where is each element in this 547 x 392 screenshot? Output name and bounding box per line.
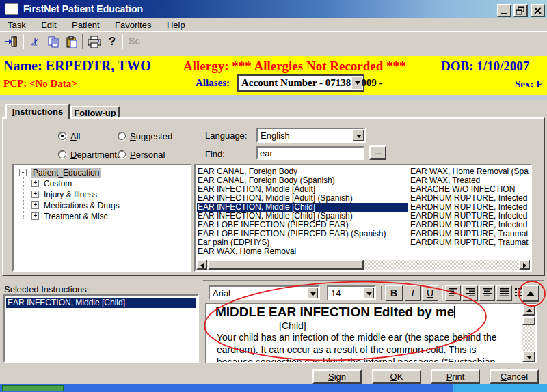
toolbar-separator — [82, 34, 83, 49]
aliases-dropdown-arrow[interactable] — [351, 76, 362, 89]
scroll-up-button-top[interactable] — [522, 285, 539, 302]
radio-all-label[interactable]: All — [70, 131, 80, 141]
align-left-button[interactable] — [445, 285, 461, 301]
radio-all[interactable] — [58, 132, 66, 140]
scrollbar-thumb[interactable] — [208, 260, 364, 270]
allergy-status: Allergy: *** Allergies Not Recorded *** — [183, 59, 406, 74]
menu-favorites[interactable]: Favorites — [109, 18, 157, 31]
align-right-button[interactable] — [462, 285, 478, 301]
tree-expand-icon[interactable]: + — [31, 212, 39, 220]
list-item[interactable]: EARDRUM RUPTURE, Infected [Adu — [410, 194, 529, 203]
selected-instruction-item[interactable]: EAR INFECTION, Middle [Child] — [6, 298, 196, 308]
scroll-right-button[interactable] — [519, 260, 530, 270]
menu-task[interactable]: Task — [1, 18, 32, 31]
print-button-toolbar[interactable] — [86, 33, 103, 50]
horizontal-scrollbar[interactable] — [196, 260, 530, 270]
font-dropdown-arrow[interactable] — [307, 288, 318, 298]
list-item[interactable]: EAR CANAL, Foreign Body (Spanish) — [198, 176, 407, 185]
list-item[interactable]: EAR LOBE INFECTION (PIERCED EAR) (Spanis… — [198, 229, 407, 238]
list-item[interactable]: EAR INFECTION, Middle [Adult] — [198, 185, 407, 194]
editor-body-line: eardrum). It can occur as a result of th… — [217, 344, 476, 355]
radio-suggested-label[interactable]: Suggested — [130, 131, 172, 141]
tree-item-label[interactable]: Medications & Drugs — [44, 201, 120, 210]
patient-banner: Name: ERPEDTR, TWO Allergy: *** Allergie… — [0, 56, 547, 95]
font-size-dropdown[interactable]: 14 — [327, 285, 376, 300]
radio-personal-label[interactable]: Personal — [130, 150, 165, 160]
tab-followup-label: Follow-up — [74, 108, 116, 118]
list-item[interactable]: EAR WAX, Home Removal — [198, 247, 407, 256]
tree-item-label[interactable]: Patient_Education — [31, 168, 101, 178]
tree-item-label[interactable]: Treatment & Misc — [44, 212, 108, 221]
font-family-dropdown[interactable]: Arial — [209, 285, 320, 300]
ok-button[interactable]: OK — [372, 369, 421, 384]
firstnet-window: FirstNet Patient Education Task Edit Pat… — [0, 0, 547, 392]
language-value: English — [261, 130, 290, 141]
align-left-icon — [447, 288, 459, 298]
minimize-button[interactable] — [497, 4, 511, 17]
exit-button[interactable] — [3, 33, 19, 50]
aliases-dropdown[interactable]: Account Number - 0713800009 - — [237, 74, 364, 92]
size-dropdown-arrow[interactable] — [363, 288, 374, 298]
justify-button[interactable] — [496, 285, 512, 301]
language-dropdown-arrow[interactable] — [353, 130, 364, 141]
tab-instructions-label: Instructions — [12, 107, 63, 117]
align-center-button[interactable] — [479, 285, 495, 301]
copy-button[interactable] — [45, 33, 62, 50]
editor-subheading: [Child] — [279, 320, 306, 331]
scrollbar-thumb[interactable] — [522, 316, 535, 325]
radio-departmental[interactable] — [58, 150, 66, 158]
restore-button[interactable] — [513, 4, 528, 17]
radio-departmental-label[interactable]: Departmental — [70, 150, 124, 160]
list-item[interactable]: EAR INFECTION, Middle [Adult] (Spanish) — [198, 194, 407, 203]
scroll-up-button[interactable] — [522, 305, 535, 316]
exit-door-icon — [4, 36, 18, 48]
find-browse-button[interactable]: ... — [369, 145, 386, 160]
cancel-button[interactable]: Cancel — [490, 369, 539, 384]
menu-help[interactable]: Help — [161, 18, 191, 31]
tab-followup[interactable]: Follow-up — [70, 106, 120, 118]
tree-expand-icon[interactable]: + — [31, 191, 39, 198]
list-item[interactable]: EAR INFECTION, Middle [Child] (Spanish) — [198, 212, 407, 221]
list-item[interactable]: EAR CANAL, Foreign Body — [198, 167, 407, 176]
list-item[interactable]: EAR WAX, Treated — [410, 176, 529, 185]
tree-expand-icon[interactable]: + — [31, 201, 39, 209]
arrow-up-icon — [526, 291, 535, 296]
radio-personal[interactable] — [118, 150, 126, 158]
editor-vertical-scrollbar[interactable] — [522, 305, 535, 362]
find-input[interactable]: ear — [256, 146, 364, 160]
language-dropdown[interactable]: English — [256, 128, 366, 143]
pcp-value: PCP: <No Data> — [3, 78, 77, 89]
help-button[interactable]: ? — [104, 33, 120, 50]
tree-item-label[interactable]: Injury & Illness — [44, 190, 97, 199]
tree-collapse-icon[interactable]: - — [19, 169, 27, 176]
italic-button[interactable]: I — [405, 285, 421, 301]
menu-patient[interactable]: Patient — [66, 18, 105, 31]
scroll-down-button[interactable] — [522, 351, 535, 362]
cut-button[interactable]: ✂ — [27, 33, 44, 50]
tab-instructions[interactable]: Instructions — [5, 104, 70, 119]
list-item[interactable]: EARACHE W/O INFECTION — [410, 185, 529, 194]
scroll-left-button[interactable] — [196, 260, 207, 270]
list-item-selected[interactable]: EAR INFECTION, Middle [Child] — [197, 203, 408, 212]
title-bar[interactable]: FirstNet Patient Education — [0, 0, 547, 18]
radio-suggested[interactable] — [118, 132, 126, 140]
list-item[interactable]: EAR LOBE INFECTION (PIERCED EAR) — [198, 221, 407, 229]
print-button[interactable]: Print — [431, 369, 480, 384]
tree-expand-icon[interactable]: + — [31, 180, 39, 187]
sign-button[interactable]: Sign — [312, 369, 362, 384]
list-item[interactable]: EARDRUM RUPTURE, Traumatic (S — [410, 238, 529, 247]
paste-button[interactable] — [64, 33, 80, 50]
editor-text-area[interactable]: MIDDLE EAR INFECTION Edited by me [Child… — [205, 303, 537, 363]
list-item[interactable]: EARDRUM RUPTURE, Infected [Chi — [410, 221, 529, 229]
list-item[interactable]: Ear pain (EDPHYS) — [198, 238, 407, 247]
close-button[interactable] — [531, 4, 545, 17]
list-item[interactable]: EARDRUM RUPTURE, Infected [Adu — [410, 203, 529, 212]
tree-item-label[interactable]: Custom — [44, 179, 72, 188]
radio-selected-dot — [61, 135, 64, 137]
list-item[interactable]: EARDRUM RUPTURE, Traumatic — [410, 229, 529, 238]
underline-button[interactable]: U — [422, 285, 438, 301]
list-item[interactable]: EARDRUM RUPTURE, Infected [Chi — [410, 212, 529, 221]
list-item[interactable]: EAR WAX, Home Removal (Spanish) — [410, 167, 529, 176]
bold-button[interactable]: B — [385, 285, 403, 301]
menu-edit[interactable]: Edit — [35, 18, 62, 31]
